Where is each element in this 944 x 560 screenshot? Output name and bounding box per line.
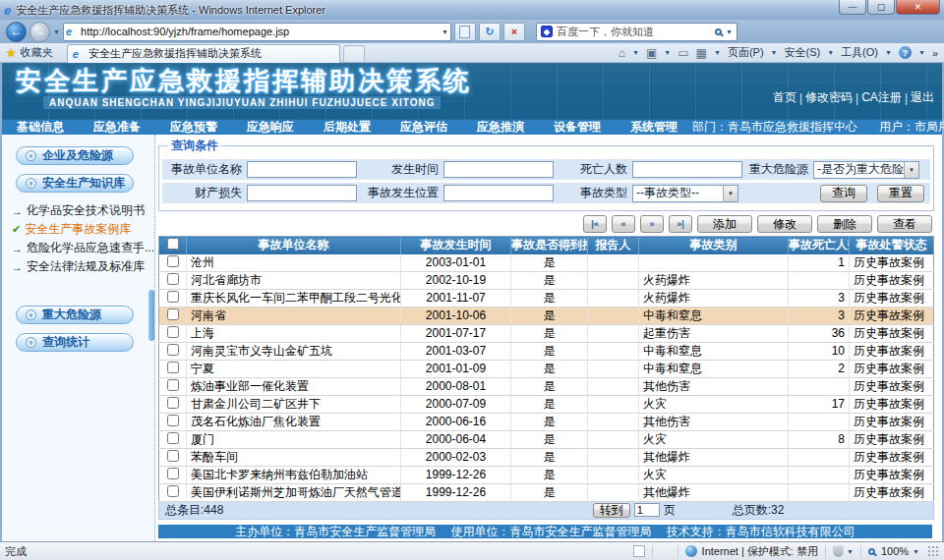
search-button[interactable]: 查询 (820, 185, 867, 202)
prev-page-button[interactable]: « (612, 215, 635, 233)
menu-safety-caret[interactable]: ▼ (827, 49, 834, 56)
table-row[interactable]: 河南灵宝市义寺山金矿五坑2001-03-07是中毒和窒息10历史事故案例 (159, 342, 934, 360)
header-link[interactable]: 修改密码 (805, 89, 853, 106)
minimize-button[interactable]: — (839, 0, 866, 15)
sidebar-group-button[interactable]: »安全生产知识库 (16, 174, 134, 193)
stop-button[interactable]: × (503, 23, 525, 41)
table-row[interactable]: 河南省2001-10-06是中毒和窒息3历史事故案例 (159, 307, 934, 324)
nav-item[interactable]: 后期处置 (309, 119, 385, 136)
favorites-star-icon[interactable]: ★ (6, 46, 17, 60)
table-row[interactable]: 美国伊利诺斯州芝加哥炼油厂天然气管道1999-12-26是其他爆炸历史事故案例 (159, 483, 934, 501)
nav-item[interactable]: 系统管理 (616, 119, 692, 136)
row-checkbox[interactable] (167, 344, 179, 356)
menu-page-caret[interactable]: ▼ (771, 49, 778, 56)
delete-button[interactable]: 删除 (817, 215, 872, 233)
search-dropdown-icon[interactable]: ▼ (726, 28, 733, 35)
query-input[interactable] (443, 161, 554, 178)
row-checkbox[interactable] (167, 291, 179, 303)
row-checkbox[interactable] (167, 255, 179, 267)
table-row[interactable]: 宁夏2001-01-09是中毒和窒息2历史事故案例 (159, 360, 934, 377)
favorites-button[interactable]: 收藏夹 (21, 45, 53, 60)
help-icon[interactable]: ? (899, 46, 912, 59)
back-button[interactable]: ← (6, 22, 27, 42)
table-row[interactable]: 重庆长风化一车间二苯甲酮工段二号光化釜2001-11-07是火药爆炸3历史事故案… (159, 289, 934, 307)
zoom-dropdown-icon[interactable]: ▼ (913, 548, 919, 555)
maximize-button[interactable]: ▢ (867, 0, 895, 15)
query-select[interactable]: -是否为重大危险源-▼ (813, 161, 919, 179)
table-row[interactable]: 苯酚车间2000-02-03是其他爆炸历史事故案例 (159, 448, 934, 466)
filter-shield-icon[interactable] (833, 545, 844, 557)
menu-tools-caret[interactable]: ▼ (885, 49, 892, 56)
sidebar-group-button[interactable]: »企业及危险源 (16, 146, 134, 165)
nav-item[interactable]: 应急推演 (462, 119, 539, 136)
row-checkbox[interactable] (167, 397, 179, 409)
header-link[interactable]: CA注册 (861, 89, 902, 106)
query-input[interactable] (247, 161, 357, 178)
home-dropdown-icon[interactable]: ▼ (632, 49, 639, 56)
new-tab-button[interactable] (343, 45, 365, 62)
row-checkbox[interactable] (167, 326, 179, 338)
table-row[interactable]: 河北省廊坊市2002-10-19是火药爆炸历史事故案例 (159, 271, 934, 289)
row-checkbox[interactable] (167, 432, 179, 444)
sidebar-group-button[interactable]: »重大危险源 (16, 306, 134, 324)
print-icon[interactable]: ▦ (696, 46, 707, 60)
table-row[interactable]: 茂名石化炼油厂焦化装置2000-06-16是其他伤害历史事故案例 (159, 413, 934, 430)
nav-item[interactable]: 设备管理 (539, 119, 616, 136)
add-button[interactable]: 添加 (697, 215, 752, 233)
row-checkbox[interactable] (167, 415, 179, 426)
select-all-checkbox[interactable] (167, 238, 179, 250)
query-input[interactable] (632, 161, 742, 178)
table-row[interactable]: 甘肃金川公司二矿区井下2000-07-09是火灾17历史事故案例 (159, 395, 934, 413)
row-checkbox[interactable] (167, 273, 179, 285)
row-checkbox[interactable] (167, 485, 179, 497)
query-select[interactable]: --事故类型--▼ (632, 185, 738, 202)
search-box[interactable]: 百度一下，你就知道 ▼ (536, 23, 738, 41)
chevron-down-icon[interactable]: ▼ (723, 186, 738, 201)
row-checkbox[interactable] (167, 468, 179, 479)
mail-icon[interactable]: ▭ (678, 46, 688, 60)
reset-button[interactable]: 重置 (877, 185, 924, 202)
menu-safety[interactable]: 安全(S) (785, 45, 821, 60)
tab-active[interactable]: e 安全生产应急救援指挥辅助决策系统 (67, 44, 340, 63)
refresh-button[interactable]: ↻ (479, 23, 501, 41)
search-icon[interactable] (715, 28, 722, 35)
resize-grip[interactable] (927, 545, 939, 557)
print-dropdown-icon[interactable]: ▼ (714, 49, 721, 56)
goto-page-button[interactable]: 转到 (593, 503, 630, 518)
zoom-level[interactable]: 100% (881, 545, 909, 557)
recent-pages-dropdown-icon[interactable]: ▼ (53, 28, 60, 35)
row-checkbox[interactable] (167, 308, 179, 320)
modify-button[interactable]: 修改 (757, 215, 812, 233)
more-commands[interactable]: » (932, 47, 938, 59)
table-row[interactable]: 上海2001-07-17是起重伤害36历史事故案例 (159, 324, 934, 342)
view-button[interactable]: 查看 (877, 215, 932, 233)
address-field[interactable]: e http://localhost:90/yjzh/frame/homepag… (63, 23, 451, 41)
sidebar-group-button[interactable]: »查询统计 (16, 333, 134, 352)
home-icon[interactable]: ⌂ (619, 46, 625, 60)
table-row[interactable]: 厦门2000-06-04是火灾8历史事故案例 (159, 430, 934, 448)
sidebar-item[interactable]: →化学品安全技术说明书 (12, 201, 154, 220)
table-row[interactable]: 炼油事业部一催化装置2000-08-01是其他伤害历史事故案例 (159, 377, 934, 395)
nav-item[interactable]: 应急预警 (155, 119, 232, 136)
row-checkbox[interactable] (167, 379, 179, 391)
table-row[interactable]: 美国北卡罗来纳州韦兹伯勒加油站1999-12-26是火灾历史事故案例 (159, 466, 934, 483)
security-zone-label[interactable]: Internet | 保护模式: 禁用 (702, 544, 818, 559)
close-button[interactable]: ✕ (896, 0, 940, 15)
next-page-button[interactable]: » (640, 215, 664, 233)
table-row[interactable]: 沧州2003-01-01是1历史事故案例 (159, 254, 934, 272)
menu-tools[interactable]: 工具(O) (841, 45, 878, 60)
page-number-input[interactable] (634, 503, 660, 517)
feeds-icon[interactable]: ▣ (646, 46, 657, 60)
filter-dropdown-icon[interactable]: ▼ (847, 548, 854, 555)
query-input[interactable] (443, 185, 554, 201)
header-link[interactable]: 首页 (773, 89, 796, 106)
forward-button[interactable]: → (30, 22, 50, 42)
chevron-down-icon[interactable]: ▼ (904, 162, 918, 178)
help-caret[interactable]: ▼ (918, 49, 925, 56)
nav-item[interactable]: 应急准备 (79, 119, 155, 136)
row-checkbox[interactable] (167, 450, 179, 462)
menu-page[interactable]: 页面(P) (728, 45, 764, 60)
search-input[interactable]: 百度一下，你就知道 (557, 25, 711, 39)
nav-item[interactable]: 应急评估 (385, 119, 462, 136)
address-dropdown-icon[interactable]: ▼ (442, 28, 448, 35)
